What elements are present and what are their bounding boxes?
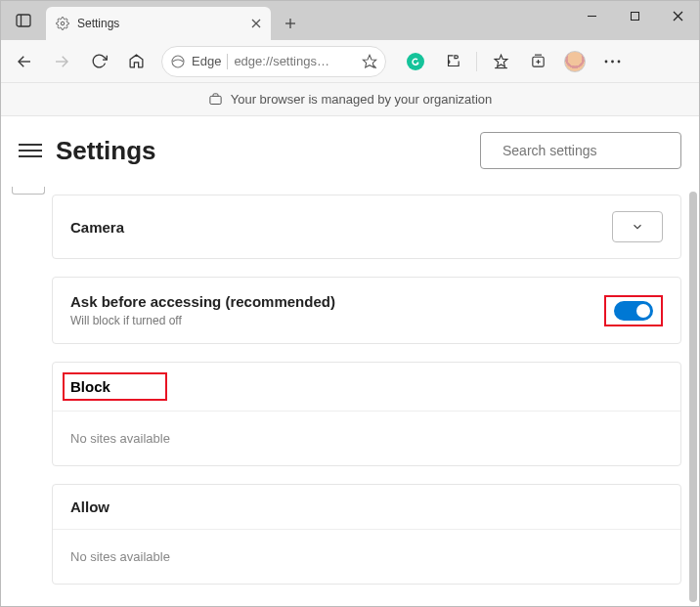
briefcase-icon	[208, 92, 223, 107]
gear-icon	[56, 17, 69, 30]
svg-point-23	[611, 60, 614, 63]
managed-info-bar: Your browser is managed by your organiza…	[1, 83, 699, 116]
camera-card: Camera	[52, 195, 681, 259]
ask-title: Ask before accessing (recommended)	[70, 293, 335, 310]
new-tab-button[interactable]	[275, 8, 306, 39]
avatar-icon	[564, 51, 586, 72]
title-bar: Settings	[1, 1, 699, 40]
svg-point-2	[61, 22, 65, 25]
home-button[interactable]	[118, 44, 153, 79]
tab-actions-icon[interactable]	[1, 1, 46, 40]
allow-section: Allow No sites available	[52, 484, 681, 585]
content-area: Camera Ask before accessing (recommended…	[1, 185, 699, 607]
search-box[interactable]	[480, 132, 681, 169]
forward-button[interactable]	[44, 44, 79, 79]
ask-subtitle: Will block if turned off	[70, 314, 335, 327]
camera-expand-button[interactable]	[612, 211, 663, 242]
allow-empty-message: No sites available	[53, 530, 680, 584]
svg-rect-8	[631, 12, 638, 20]
page-title: Settings	[56, 136, 480, 166]
block-section: Block No sites available	[52, 362, 681, 466]
extensions-button[interactable]	[435, 44, 470, 79]
previous-section-stub	[12, 187, 45, 195]
address-url: edge://settings…	[234, 54, 329, 68]
menu-button[interactable]	[19, 139, 42, 162]
minimize-button[interactable]	[570, 1, 613, 30]
chevron-down-icon	[631, 220, 644, 234]
ask-before-card: Ask before accessing (recommended) Will …	[52, 277, 681, 344]
svg-point-22	[604, 60, 607, 63]
collections-button[interactable]	[520, 44, 555, 79]
block-empty-message: No sites available	[53, 412, 680, 465]
tab-title: Settings	[77, 17, 243, 30]
block-title: Block	[63, 372, 167, 401]
page-header: Settings	[1, 116, 699, 185]
maximize-button[interactable]	[613, 1, 656, 30]
toolbar: Edge edge://settings…	[1, 40, 699, 83]
scrollbar[interactable]	[689, 192, 697, 602]
search-input[interactable]	[503, 143, 674, 158]
edge-icon	[170, 54, 186, 69]
more-button[interactable]	[594, 44, 630, 79]
camera-title: Camera	[70, 219, 124, 236]
profile-button[interactable]	[557, 44, 592, 79]
allow-title: Allow	[53, 485, 680, 530]
browser-tab[interactable]: Settings	[46, 7, 271, 40]
back-button[interactable]	[7, 44, 42, 79]
address-label: Edge	[192, 54, 221, 68]
grammarly-button[interactable]	[398, 44, 433, 79]
window-controls	[570, 1, 699, 32]
toggle-highlight	[604, 295, 663, 326]
favorites-button[interactable]	[483, 44, 518, 79]
managed-message: Your browser is managed by your organiza…	[231, 92, 493, 107]
address-bar[interactable]: Edge edge://settings…	[161, 46, 386, 77]
svg-rect-25	[210, 96, 221, 104]
svg-point-13	[172, 56, 184, 67]
close-tab-icon[interactable]	[251, 19, 261, 28]
svg-point-24	[617, 60, 620, 63]
refresh-button[interactable]	[81, 44, 116, 79]
ask-toggle[interactable]	[614, 301, 653, 321]
svg-rect-0	[17, 15, 30, 26]
favorite-icon[interactable]	[362, 54, 377, 69]
svg-marker-16	[495, 55, 507, 66]
close-window-button[interactable]	[656, 1, 699, 30]
